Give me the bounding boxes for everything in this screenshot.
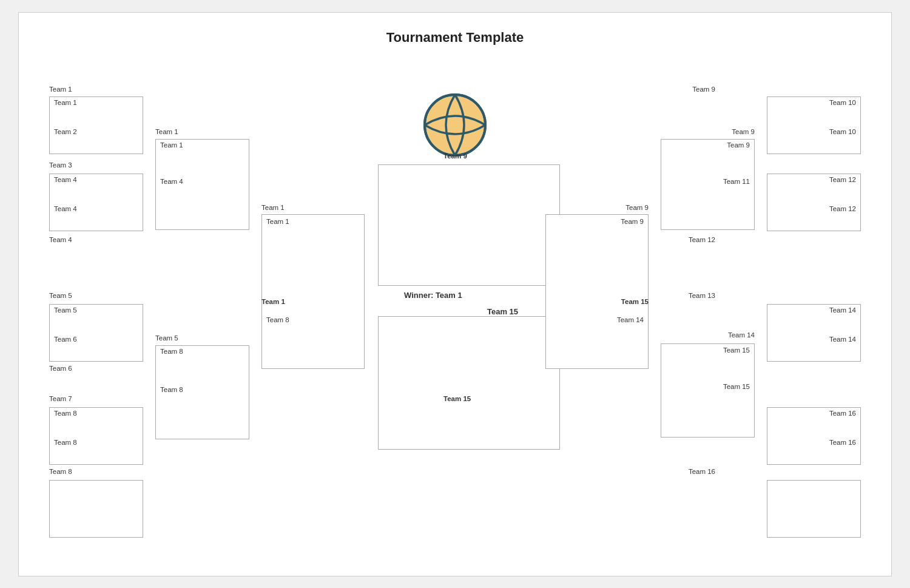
r1-t9-inner: Team 10 [829, 99, 856, 106]
winner-label: Winner: Team 1 [404, 291, 462, 300]
team12-label: Team 12 [689, 236, 715, 243]
box-center-bot [378, 316, 560, 450]
r3r-t14: Team 14 [617, 316, 644, 323]
r2-br-t14: Team 15 [723, 346, 750, 354]
basketball-icon [422, 92, 488, 158]
r3l-t8: Team 8 [266, 316, 289, 323]
box-r1-r4b [767, 480, 861, 538]
team4-label: Team 4 [49, 236, 72, 243]
team1-r1-label: Team 1 [49, 86, 72, 93]
r1-t4-inner: Team 4 [54, 205, 77, 212]
r1-t2-inner: Team 2 [54, 128, 77, 135]
team6-label: Team 6 [49, 365, 72, 372]
r4l-label: Team 1 [261, 298, 285, 305]
r1-t11-inner: Team 12 [829, 176, 856, 183]
team3-label: Team 3 [49, 161, 72, 169]
team8-label: Team 8 [49, 468, 72, 475]
r1-t13-inner: Team 14 [829, 306, 856, 314]
r2-tl-t4: Team 4 [160, 178, 183, 185]
r1-t1-inner: Team 1 [54, 99, 77, 106]
r1-t10-inner: Team 10 [829, 128, 856, 135]
r1-t12-inner: Team 12 [829, 205, 856, 212]
r2-bl-label1: Team 5 [155, 334, 178, 342]
center-bot-label: Team 15 [443, 395, 471, 402]
box-center-top [378, 164, 560, 286]
center-top-label: Team 9 [443, 152, 467, 160]
r2-tr-t9: Team 9 [727, 141, 750, 149]
r1-t14-inner: Team 14 [829, 336, 856, 343]
r1-t7-inner: Team 8 [54, 410, 77, 417]
team13-label: Team 13 [689, 292, 715, 299]
r3l-label1: Team 1 [261, 204, 285, 211]
r1-t6-inner: Team 6 [54, 336, 77, 343]
r1-t8-inner: Team 8 [54, 439, 77, 446]
page-title: Tournament Template [19, 13, 891, 46]
bracket: Team 1 Team 1 Team 2 Team 3 Team 4 Team … [31, 55, 879, 564]
box-r3-l [261, 214, 365, 369]
r2-bl-t8: Team 8 [160, 386, 183, 393]
team16-label: Team 16 [689, 468, 715, 475]
r1-t3-inner: Team 4 [54, 176, 77, 183]
box-r3-r [545, 214, 649, 369]
box-r1-4b [49, 480, 143, 538]
page: Tournament Template Team 1 Team 1 Team 2… [18, 12, 892, 576]
r4r-label: Team 15 [621, 298, 649, 305]
r3r-label1: Team 9 [625, 204, 649, 211]
r2-bl-t5: Team 8 [160, 348, 183, 355]
team7-label: Team 7 [49, 395, 72, 402]
r2-tl-t1: Team 1 [160, 141, 183, 149]
r2-br-label: Team 14 [728, 331, 755, 339]
team9-r1-label: Team 9 [692, 86, 715, 93]
r3r-t9: Team 9 [621, 218, 644, 225]
center-r-top: Team 15 [487, 307, 518, 316]
r3l-t1: Team 1 [266, 218, 289, 225]
r1-t5-inner: Team 5 [54, 306, 77, 314]
box-r2-r2 [661, 343, 755, 438]
r1-t15-inner: Team 16 [829, 410, 856, 417]
r2-tl-label1: Team 1 [155, 128, 178, 135]
r2-tr-t11: Team 11 [723, 178, 750, 185]
r2-tr-label1: Team 9 [732, 128, 755, 135]
r2-br-t15: Team 15 [723, 383, 750, 390]
r1-t16-inner: Team 16 [829, 439, 856, 446]
team5-label: Team 5 [49, 292, 72, 299]
